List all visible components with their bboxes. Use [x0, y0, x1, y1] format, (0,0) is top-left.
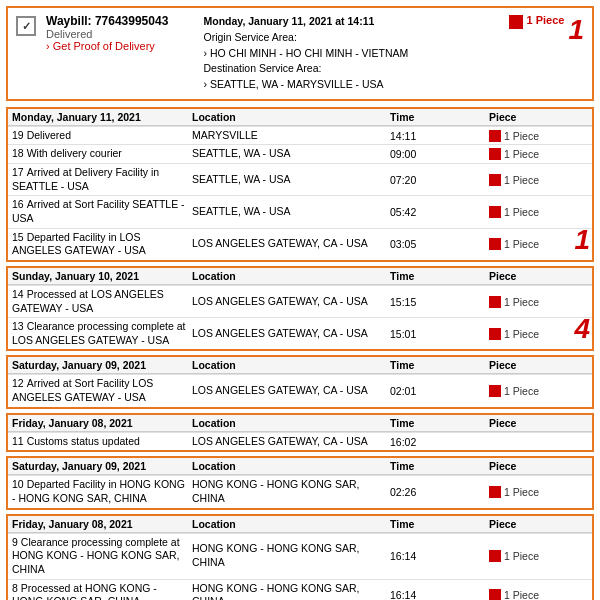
col-piece-header: Piece — [489, 417, 588, 429]
table-row: 17Arrived at Delivery Facility in SEATTL… — [8, 163, 592, 195]
time-cell: 15:15 — [390, 296, 489, 308]
location-cell: HONG KONG - HONG KONG SAR, CHINA — [192, 478, 390, 505]
day-header: Saturday, January 09, 2021 Location Time… — [8, 458, 592, 475]
event-number: 19 — [12, 129, 24, 141]
day-header: Friday, January 08, 2021 Location Time P… — [8, 516, 592, 533]
delivery-status: Delivered — [46, 28, 194, 40]
section-sec5: Saturday, January 09, 2021 Location Time… — [6, 456, 594, 509]
piece-cell: 1 Piece — [489, 589, 588, 600]
event-number: 12 — [12, 377, 24, 389]
piece-label: 1 Piece — [504, 550, 539, 562]
event-cell: 13Clearance processing complete at LOS A… — [12, 320, 192, 347]
event-number: 16 — [12, 198, 24, 210]
section-sec4: Friday, January 08, 2021 Location Time P… — [6, 413, 594, 453]
section-sec6: Friday, January 08, 2021 Location Time P… — [6, 514, 594, 600]
piece-label: 1 Piece — [504, 238, 539, 250]
piece-label: 1 Piece — [504, 486, 539, 498]
piece-cell: 1 Piece — [489, 550, 588, 562]
time-cell: 16:02 — [390, 436, 489, 448]
day-name: Friday, January 08, 2021 — [12, 518, 192, 530]
location-cell: SEATTLE, WA - USA — [192, 147, 390, 161]
col-location-header: Location — [192, 270, 390, 282]
event-number: 15 — [12, 231, 24, 243]
day-header: Monday, January 11, 2021 Location Time P… — [8, 109, 592, 126]
col-piece-header: Piece — [489, 111, 588, 123]
piece-cell: 1 Piece — [489, 486, 588, 498]
location-cell: LOS ANGELES GATEWAY, CA - USA — [192, 327, 390, 341]
section-sec2: Sunday, January 10, 2021 Location Time P… — [6, 266, 594, 352]
piece-label: 1 Piece — [504, 385, 539, 397]
piece-icon — [489, 385, 501, 397]
event-number: 17 — [12, 166, 24, 178]
col-piece-header: Piece — [489, 460, 588, 472]
day-name: Monday, January 11, 2021 — [12, 111, 192, 123]
time-cell: 15:01 — [390, 328, 489, 340]
piece-label: 1 Piece — [504, 174, 539, 186]
event-cell: 16Arrived at Sort Facility SEATTLE - USA — [12, 198, 192, 225]
day-name: Sunday, January 10, 2021 — [12, 270, 192, 282]
piece-icon — [489, 174, 501, 186]
piece-icon — [489, 550, 501, 562]
piece-cell: 1 Piece — [489, 206, 588, 218]
event-cell: 9Clearance processing complete at HONG K… — [12, 536, 192, 577]
event-cell: 15Departed Facility in LOS ANGELES GATEW… — [12, 231, 192, 258]
col-location-header: Location — [192, 111, 390, 123]
location-cell: MARYSVILLE — [192, 129, 390, 143]
section-red-number: 1 — [574, 224, 590, 256]
table-row: 9Clearance processing complete at HONG K… — [8, 533, 592, 579]
event-number: 18 — [12, 147, 24, 159]
day-name: Friday, January 08, 2021 — [12, 417, 192, 429]
piece-label: 1 Piece — [504, 328, 539, 340]
piece-icon — [489, 328, 501, 340]
time-cell: 02:01 — [390, 385, 489, 397]
table-row: 12Arrived at Sort Facility LOS ANGELES G… — [8, 374, 592, 406]
table-row: 18With delivery courier SEATTLE, WA - US… — [8, 144, 592, 163]
col-time-header: Time — [390, 359, 489, 371]
time-cell: 07:20 — [390, 174, 489, 186]
event-cell: 11Customs status updated — [12, 435, 192, 449]
location-cell: HONG KONG - HONG KONG SAR, CHINA — [192, 582, 390, 600]
col-time-header: Time — [390, 460, 489, 472]
event-number: 8 — [12, 582, 18, 594]
location-cell: HONG KONG - HONG KONG SAR, CHINA — [192, 542, 390, 569]
table-row: 8Processed at HONG KONG - HONG KONG SAR,… — [8, 579, 592, 600]
event-cell: 8Processed at HONG KONG - HONG KONG SAR,… — [12, 582, 192, 600]
piece-icon — [509, 15, 523, 29]
get-proof-link[interactable]: Get Proof of Delivery — [46, 40, 194, 52]
day-header: Friday, January 08, 2021 Location Time P… — [8, 415, 592, 432]
col-piece-header: Piece — [489, 359, 588, 371]
table-row: 10Departed Facility in HONG KONG - HONG … — [8, 475, 592, 507]
piece-icon — [489, 589, 501, 600]
col-piece-header: Piece — [489, 518, 588, 530]
piece-icon — [489, 238, 501, 250]
col-time-header: Time — [390, 111, 489, 123]
piece-label: 1 Piece — [504, 148, 539, 160]
dest-value: › SEATTLE, WA - MARYSVILLE - USA — [204, 77, 499, 93]
time-cell: 16:14 — [390, 550, 489, 562]
event-number: 11 — [12, 435, 24, 447]
table-row: 15Departed Facility in LOS ANGELES GATEW… — [8, 228, 592, 260]
section-sec3: Saturday, January 09, 2021 Location Time… — [6, 355, 594, 408]
time-cell: 14:11 — [390, 130, 489, 142]
piece-cell: 1 Piece — [489, 296, 588, 308]
piece-label: 1 Piece — [504, 130, 539, 142]
event-cell: 10Departed Facility in HONG KONG - HONG … — [12, 478, 192, 505]
date-time-label: Monday, January 11, 2021 at 14:11 — [204, 14, 499, 30]
col-location-header: Location — [192, 460, 390, 472]
check-icon: ✓ — [16, 16, 36, 36]
piece-cell: 1 Piece — [489, 174, 588, 186]
time-cell: 05:42 — [390, 206, 489, 218]
piece-cell: 1 Piece — [489, 148, 588, 160]
table-row: 11Customs status updated LOS ANGELES GAT… — [8, 432, 592, 451]
col-time-header: Time — [390, 270, 489, 282]
location-cell: LOS ANGELES GATEWAY, CA - USA — [192, 384, 390, 398]
location-cell: LOS ANGELES GATEWAY, CA - USA — [192, 237, 390, 251]
piece-icon — [489, 486, 501, 498]
table-row: 19Delivered MARYSVILLE 14:11 1 Piece — [8, 126, 592, 145]
piece-icon — [489, 296, 501, 308]
event-cell: 19Delivered — [12, 129, 192, 143]
table-row: 14Processed at LOS ANGELES GATEWAY - USA… — [8, 285, 592, 317]
col-time-header: Time — [390, 417, 489, 429]
event-cell: 14Processed at LOS ANGELES GATEWAY - USA — [12, 288, 192, 315]
event-number: 14 — [12, 288, 24, 300]
